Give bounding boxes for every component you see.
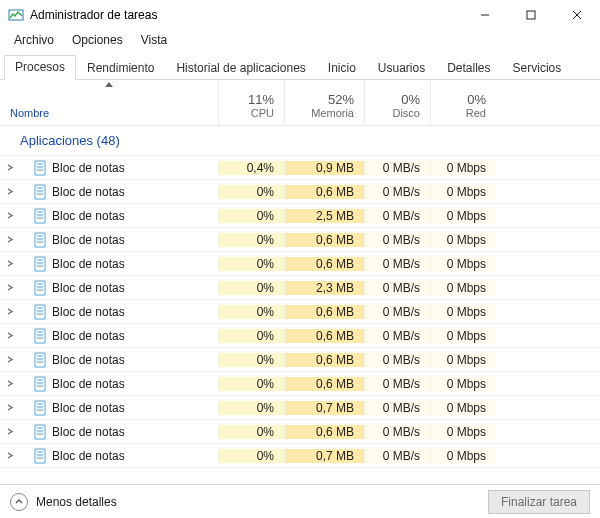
group-applications-label: Aplicaciones (48)	[4, 133, 120, 148]
process-row[interactable]: Bloc de notas0%0,6 MB0 MB/s0 Mbps	[0, 300, 600, 324]
process-disk: 0 MB/s	[364, 281, 430, 295]
menu-view[interactable]: Vista	[133, 32, 175, 48]
process-cpu: 0%	[218, 401, 284, 415]
expand-chevron-icon[interactable]	[4, 450, 16, 462]
process-name: Bloc de notas	[52, 449, 125, 463]
notepad-icon	[32, 208, 48, 224]
expand-chevron-icon[interactable]	[4, 258, 16, 270]
task-manager-window: Administrador de tareas Archivo Opciones…	[0, 0, 600, 518]
process-memory: 0,6 MB	[284, 233, 364, 247]
close-button[interactable]	[554, 0, 600, 30]
cpu-label: CPU	[229, 107, 274, 119]
expand-chevron-icon[interactable]	[4, 186, 16, 198]
svg-rect-53	[35, 449, 45, 463]
expand-chevron-icon[interactable]	[4, 330, 16, 342]
notepad-icon	[32, 376, 48, 392]
expand-chevron-icon[interactable]	[4, 354, 16, 366]
group-applications[interactable]: Aplicaciones (48)	[0, 126, 600, 156]
svg-rect-41	[35, 377, 45, 391]
process-row[interactable]: Bloc de notas0%0,6 MB0 MB/s0 Mbps	[0, 348, 600, 372]
column-header-network[interactable]: 0% Red	[430, 80, 496, 125]
process-network: 0 Mbps	[430, 449, 496, 463]
notepad-icon	[32, 400, 48, 416]
process-row[interactable]: Bloc de notas0%0,6 MB0 MB/s0 Mbps	[0, 324, 600, 348]
process-row[interactable]: Bloc de notas0%0,6 MB0 MB/s0 Mbps	[0, 252, 600, 276]
tab-app-history[interactable]: Historial de aplicaciones	[165, 56, 316, 80]
expand-chevron-icon[interactable]	[4, 378, 16, 390]
disk-usage-total: 0%	[375, 92, 420, 107]
process-row[interactable]: Bloc de notas0%2,5 MB0 MB/s0 Mbps	[0, 204, 600, 228]
tab-performance[interactable]: Rendimiento	[76, 56, 165, 80]
process-memory: 0,6 MB	[284, 377, 364, 391]
process-network: 0 Mbps	[430, 233, 496, 247]
process-grid: Aplicaciones (48) Bloc de notas0,4%0,9 M…	[0, 126, 600, 484]
notepad-icon	[32, 448, 48, 464]
column-header-memory[interactable]: 52% Memoria	[284, 80, 364, 125]
process-row[interactable]: Bloc de notas0%0,6 MB0 MB/s0 Mbps	[0, 420, 600, 444]
expand-chevron-icon[interactable]	[4, 282, 16, 294]
maximize-button[interactable]	[508, 0, 554, 30]
process-row[interactable]: Bloc de notas0%2,3 MB0 MB/s0 Mbps	[0, 276, 600, 300]
notepad-icon	[32, 256, 48, 272]
expand-chevron-icon[interactable]	[4, 402, 16, 414]
tab-startup[interactable]: Inicio	[317, 56, 367, 80]
process-name: Bloc de notas	[52, 353, 125, 367]
svg-rect-5	[35, 161, 45, 175]
expand-chevron-icon[interactable]	[4, 234, 16, 246]
svg-rect-33	[35, 329, 45, 343]
end-task-button[interactable]: Finalizar tarea	[488, 490, 590, 514]
expand-chevron-icon[interactable]	[4, 162, 16, 174]
process-row[interactable]: Bloc de notas0%0,6 MB0 MB/s0 Mbps	[0, 180, 600, 204]
process-cpu: 0%	[218, 257, 284, 271]
svg-rect-9	[35, 185, 45, 199]
cpu-usage-total: 11%	[229, 92, 274, 107]
expand-chevron-icon[interactable]	[4, 426, 16, 438]
network-usage-total: 0%	[441, 92, 486, 107]
process-cpu: 0,4%	[218, 161, 284, 175]
tabstrip: Procesos Rendimiento Historial de aplica…	[0, 50, 600, 80]
column-header-cpu[interactable]: 11% CPU	[218, 80, 284, 125]
tab-users[interactable]: Usuarios	[367, 56, 436, 80]
process-network: 0 Mbps	[430, 401, 496, 415]
tab-details[interactable]: Detalles	[436, 56, 501, 80]
memory-usage-total: 52%	[295, 92, 354, 107]
fewer-details-button[interactable]	[10, 493, 28, 511]
process-disk: 0 MB/s	[364, 353, 430, 367]
column-header-disk[interactable]: 0% Disco	[364, 80, 430, 125]
notepad-icon	[32, 232, 48, 248]
process-row[interactable]: Bloc de notas0%0,6 MB0 MB/s0 Mbps	[0, 372, 600, 396]
process-row[interactable]: Bloc de notas0%0,7 MB0 MB/s0 Mbps	[0, 444, 600, 468]
process-row[interactable]: Bloc de notas0%0,7 MB0 MB/s0 Mbps	[0, 396, 600, 420]
process-row[interactable]: Bloc de notas0,4%0,9 MB0 MB/s0 Mbps	[0, 156, 600, 180]
process-name: Bloc de notas	[52, 305, 125, 319]
menu-file[interactable]: Archivo	[6, 32, 62, 48]
expand-chevron-icon[interactable]	[4, 210, 16, 222]
menu-options[interactable]: Opciones	[64, 32, 131, 48]
process-grid-scroll[interactable]: Aplicaciones (48) Bloc de notas0,4%0,9 M…	[0, 126, 600, 484]
process-network: 0 Mbps	[430, 425, 496, 439]
notepad-icon	[32, 280, 48, 296]
expand-chevron-icon[interactable]	[4, 306, 16, 318]
sort-ascending-icon	[105, 82, 113, 87]
fewer-details-label[interactable]: Menos detalles	[36, 495, 117, 509]
process-network: 0 Mbps	[430, 305, 496, 319]
tab-processes[interactable]: Procesos	[4, 55, 76, 80]
process-network: 0 Mbps	[430, 377, 496, 391]
process-cpu: 0%	[218, 209, 284, 223]
process-memory: 0,7 MB	[284, 449, 364, 463]
process-name: Bloc de notas	[52, 401, 125, 415]
column-header-name[interactable]: Nombre	[0, 80, 218, 125]
process-network: 0 Mbps	[430, 353, 496, 367]
notepad-icon	[32, 352, 48, 368]
tab-services[interactable]: Servicios	[502, 56, 573, 80]
process-memory: 0,6 MB	[284, 185, 364, 199]
titlebar[interactable]: Administrador de tareas	[0, 0, 600, 30]
svg-rect-25	[35, 281, 45, 295]
process-network: 0 Mbps	[430, 329, 496, 343]
process-row[interactable]: Bloc de notas0%0,6 MB0 MB/s0 Mbps	[0, 228, 600, 252]
process-disk: 0 MB/s	[364, 449, 430, 463]
process-disk: 0 MB/s	[364, 377, 430, 391]
process-name: Bloc de notas	[52, 257, 125, 271]
process-cpu: 0%	[218, 185, 284, 199]
minimize-button[interactable]	[462, 0, 508, 30]
